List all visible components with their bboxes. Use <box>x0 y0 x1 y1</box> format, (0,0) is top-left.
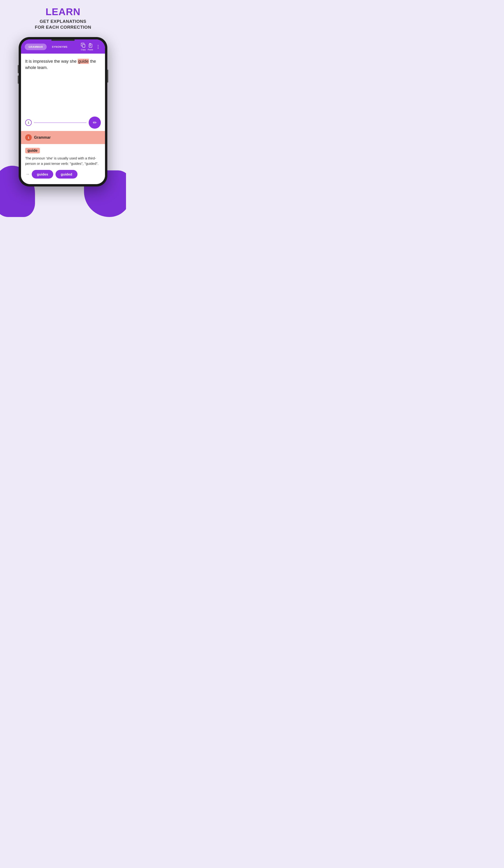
correction-number-badge: 1 <box>25 134 32 141</box>
phone-button-vol-up <box>18 65 19 73</box>
phone-notch <box>51 39 75 41</box>
correction-actions: → guides guided <box>25 170 101 180</box>
tab-synonyms[interactable]: SYNONYMS <box>49 44 71 50</box>
copy-action[interactable]: Copy <box>81 43 86 51</box>
copy-icon <box>81 43 86 48</box>
correction-card: 1 Grammar guide The pronoun 'she' is usu… <box>21 131 105 184</box>
paste-icon <box>88 43 93 48</box>
svg-rect-2 <box>90 44 91 44</box>
app-toolbar: GRAMMAR SYNONYMS Copy <box>21 39 105 54</box>
page-title: LEARN <box>35 7 91 17</box>
correction-type-label: Grammar <box>34 135 51 140</box>
correction-count-badge: 1 <box>25 119 32 126</box>
correction-divider: 1 ✏ <box>21 114 105 131</box>
suggestion-button-2[interactable]: guided <box>56 170 77 178</box>
svg-rect-1 <box>89 44 92 48</box>
phone-button-vol-down <box>18 75 19 84</box>
edit-fab-button[interactable]: ✏ <box>89 116 101 129</box>
text-before-error: It is impressive the way she <box>25 59 78 64</box>
text-input-area[interactable]: It is impressive the way she guide the w… <box>21 54 105 114</box>
error-word-highlight: guide <box>78 59 89 64</box>
arrow-right-icon: → <box>25 172 29 177</box>
correction-card-body: guide The pronoun 'she' is usually used … <box>21 144 105 184</box>
pencil-icon: ✏ <box>93 120 97 125</box>
suggestion-button-1[interactable]: guides <box>32 170 53 178</box>
svg-rect-0 <box>82 44 85 48</box>
paste-action[interactable]: Paste <box>88 43 93 51</box>
more-options-button[interactable]: ⋮ <box>95 45 101 49</box>
tab-grammar[interactable]: GRAMMAR <box>25 44 47 50</box>
correction-card-header: 1 Grammar <box>21 131 105 144</box>
correction-explanation: The pronoun 'she' is usually used with a… <box>25 156 101 166</box>
phone-button-power <box>107 70 108 83</box>
correction-error-tag: guide <box>25 148 40 153</box>
page-subtitle: GET EXPLANATIONS FOR EACH CORRECTION <box>35 19 91 30</box>
divider-line <box>34 123 86 123</box>
phone-frame: GRAMMAR SYNONYMS Copy <box>19 37 107 186</box>
